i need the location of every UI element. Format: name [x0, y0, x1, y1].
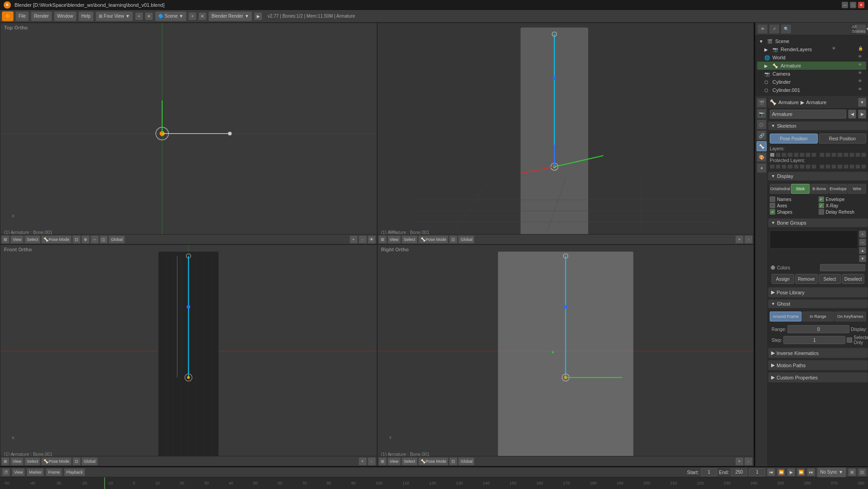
- vp-tl-zoom-out[interactable]: -: [359, 235, 367, 244]
- vp-bl-select[interactable]: Select: [24, 457, 40, 465]
- tl-extra1[interactable]: ⊞: [848, 468, 856, 476]
- timeline-ruler[interactable]: -50 -40 -30 -20 -10 0 10 20 30 40 50 60 …: [0, 477, 868, 489]
- vp-br-icon[interactable]: ⊞: [379, 457, 387, 465]
- help-menu[interactable]: Help: [78, 11, 94, 21]
- props-constraint-icon[interactable]: 🔗: [757, 130, 767, 140]
- tree-scene[interactable]: ▼ 🎬 Scene: [757, 37, 866, 45]
- render-engine-dropdown[interactable]: Blender Render ▼: [208, 11, 252, 21]
- props-data-icon[interactable]: 🦴: [757, 141, 767, 151]
- layer-dot-1[interactable]: [770, 153, 775, 157]
- bone-group-up[interactable]: ▲: [859, 247, 866, 254]
- vp-bl-icon[interactable]: ⊞: [1, 457, 10, 465]
- ghost-tab-in-range[interactable]: In Range: [802, 312, 834, 321]
- layer-dot-9[interactable]: [820, 153, 825, 157]
- tab-envelope[interactable]: Envelope: [829, 184, 848, 194]
- bone-group-remove[interactable]: −: [859, 239, 866, 246]
- vp-bl-zoom-out[interactable]: -: [368, 457, 376, 465]
- tree-cylinder001[interactable]: ⬡ Cylinder.001 👁: [757, 86, 866, 94]
- vp-tr-global[interactable]: Global: [458, 235, 475, 244]
- layer-dot-11[interactable]: [831, 153, 836, 157]
- protected-dot-16[interactable]: [861, 164, 866, 169]
- protected-dot-15[interactable]: [855, 164, 860, 169]
- protected-dot-3[interactable]: [782, 164, 786, 169]
- delay-refresh-checkbox[interactable]: [819, 209, 824, 215]
- tree-world[interactable]: 🌐 World 👁: [757, 53, 866, 62]
- vp-br-mode-icon[interactable]: ⊡: [449, 457, 457, 465]
- inverse-kinematics-section[interactable]: ▶ Inverse Kinematics: [768, 348, 868, 358]
- layer-dot-12[interactable]: [837, 153, 842, 157]
- layer-dot-15[interactable]: [855, 153, 860, 157]
- protected-dot-9[interactable]: [820, 164, 825, 169]
- protected-dot-11[interactable]: [831, 164, 836, 169]
- prev-frame-btn[interactable]: ⏪: [777, 468, 785, 476]
- layer-dot-13[interactable]: [844, 153, 849, 157]
- render-icon[interactable]: ▶: [254, 12, 262, 20]
- protected-dot-7[interactable]: [806, 164, 810, 169]
- vp-bl-view[interactable]: View: [10, 457, 24, 465]
- assign-button[interactable]: Assign: [772, 274, 794, 284]
- vp-bl-zoom-in[interactable]: +: [359, 457, 367, 465]
- props-scene-icon[interactable]: 🎬: [757, 98, 767, 108]
- motion-paths-section[interactable]: ▶ Motion Paths: [768, 360, 868, 370]
- bone-group-add[interactable]: +: [859, 230, 866, 238]
- xray-checkbox[interactable]: ✓: [819, 203, 824, 208]
- all-scenes-label[interactable]: All Scenes ▼: [855, 24, 866, 34]
- tree-cylinder[interactable]: ⬡ Cylinder 👁: [757, 78, 866, 86]
- render-menu[interactable]: Render: [31, 11, 52, 21]
- protected-dot-6[interactable]: [800, 164, 805, 169]
- play-start-btn[interactable]: ⏮: [767, 468, 775, 476]
- vp-tl-zoom-in[interactable]: +: [350, 235, 358, 244]
- bone-group-list[interactable]: [770, 230, 858, 249]
- eye-armature[interactable]: 👁: [858, 62, 864, 69]
- deselect-button[interactable]: Deselect: [842, 274, 864, 284]
- ghost-tab-around-frame[interactable]: Around Frame: [770, 312, 801, 321]
- vp-br-pose[interactable]: 🦴 Pose Mode: [418, 457, 449, 465]
- tl-extra2[interactable]: ⊡: [858, 468, 866, 476]
- vp-bl-mode-icon[interactable]: ⊡: [72, 457, 81, 465]
- tl-frame[interactable]: Frame: [46, 468, 62, 476]
- protected-dot-2[interactable]: [776, 164, 781, 169]
- protected-dot-8[interactable]: [811, 164, 816, 169]
- colors-checkbox[interactable]: ✓: [819, 197, 824, 202]
- tl-view[interactable]: View: [12, 468, 25, 476]
- props-material-icon[interactable]: 🎨: [757, 152, 767, 162]
- viewport-top-left[interactable]: Top Ortho: [0, 23, 377, 244]
- layout-close-icon[interactable]: ✕: [145, 12, 153, 20]
- vp-tl-view-icon[interactable]: 👁: [368, 235, 376, 244]
- scene-dropdown[interactable]: 🔷 Scene ▼: [155, 11, 187, 21]
- next-frame-btn[interactable]: ⏩: [797, 468, 805, 476]
- pose-library-section[interactable]: ▶ Pose Library: [768, 287, 868, 297]
- selected-only-checkbox[interactable]: [847, 337, 852, 343]
- tree-renderlayers[interactable]: ▶ 📷 RenderLayers 👁 🔒: [757, 45, 866, 53]
- vp-tl-layers[interactable]: ◫: [100, 235, 108, 244]
- bone-group-color-input[interactable]: [820, 264, 866, 271]
- tl-marker[interactable]: Marker: [27, 468, 44, 476]
- layer-dot-10[interactable]: [825, 153, 830, 157]
- vp-tl-global[interactable]: Global: [109, 235, 125, 244]
- display-section-header[interactable]: ▼ Display: [768, 172, 868, 181]
- window-menu[interactable]: Window: [54, 11, 77, 21]
- tree-armature[interactable]: ▶ 🦴 Armature 👁: [757, 62, 866, 70]
- tree-camera[interactable]: 📷 Camera 👁: [757, 70, 866, 78]
- maximize-button[interactable]: □: [850, 2, 856, 8]
- vp-tl-pose[interactable]: 🦴 Pose Mode: [41, 235, 72, 244]
- protected-dot-5[interactable]: [794, 164, 799, 169]
- pose-position-btn[interactable]: Pose Position: [770, 134, 818, 144]
- protected-dot-12[interactable]: [837, 164, 842, 169]
- protected-dot-1[interactable]: [770, 164, 775, 169]
- layer-dot-2[interactable]: [776, 153, 781, 157]
- vp-tr-select[interactable]: Select: [402, 235, 417, 244]
- layer-dot-8[interactable]: [811, 153, 816, 157]
- armature-name-input[interactable]: [770, 110, 846, 119]
- vp-tr-zoom-out[interactable]: -: [744, 235, 753, 244]
- tab-wire[interactable]: Wire: [848, 184, 866, 194]
- vp-tl-icon[interactable]: ⊞: [1, 235, 10, 244]
- layer-dot-6[interactable]: [800, 153, 805, 157]
- layout-dropdown[interactable]: ⊞ Four View ▼: [96, 11, 133, 21]
- minimize-button[interactable]: ─: [842, 2, 848, 8]
- rest-position-btn[interactable]: Rest Position: [819, 134, 867, 144]
- vp-bl-pose[interactable]: 🦴 Pose Mode: [41, 457, 72, 465]
- viewport-bottom-left[interactable]: Front Ortho: [0, 244, 377, 466]
- vp-tl-view[interactable]: View: [10, 235, 24, 244]
- bone-groups-section-header[interactable]: ▼ Bone Groups: [768, 218, 868, 227]
